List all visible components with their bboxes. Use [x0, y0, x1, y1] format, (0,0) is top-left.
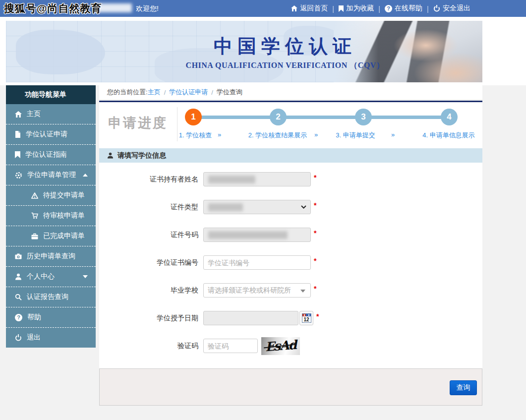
form-section-title: 请填写学位信息 [117, 151, 166, 160]
redacted-value [208, 231, 288, 239]
world-map-shape [16, 30, 105, 74]
sidebar-item-degree-guide[interactable]: 学位认证指南 [6, 145, 96, 165]
graduation-school-select[interactable]: 请选择颁证学校或科研院所 [203, 283, 311, 298]
captcha-input[interactable] [203, 339, 258, 353]
camera-icon [15, 253, 22, 259]
calendar-button[interactable]: 12 [299, 311, 313, 325]
degree-award-date-input[interactable] [203, 311, 298, 325]
divider [177, 107, 177, 141]
breadcrumb-separator: / [211, 89, 213, 96]
topbar: 欢迎您! 返回首页 | 加为收藏 | ? 在线帮助 | 安全退出 搜狐号@尚自然… [0, 0, 526, 17]
step-label-3[interactable]: 3. 申请单提交 [336, 131, 375, 140]
breadcrumb-home[interactable]: 主页 [148, 88, 161, 97]
spacer [99, 144, 482, 148]
watermark: 搜狐号@尚自然教育 [4, 1, 102, 15]
form-row-graduation-school: 毕业学校 请选择颁证学校或科研院所 * [99, 283, 482, 298]
sidebar-item-application-management[interactable]: 学位申请单管理 [6, 165, 96, 185]
step-label-2[interactable]: 2. 学位核查结果展示 [248, 131, 307, 140]
add-favorite-label: 加为收藏 [346, 4, 374, 13]
home-link[interactable]: 返回首页 [291, 4, 328, 13]
calendar-icon-day: 12 [302, 316, 311, 322]
sidebar-item-completed[interactable]: 已完成申请单 [6, 226, 96, 246]
field-label: 验证码 [99, 342, 198, 351]
step-circle-3: 3 [355, 109, 372, 125]
form-row-id-type: 证件类型 * [99, 200, 482, 214]
sidebar-item-label: 认证报告查询 [27, 293, 68, 301]
sidebar-item-label: 学位认证申请 [26, 130, 67, 139]
redacted-value [208, 176, 255, 183]
sidebar: 功能导航菜单 主页 学位认证申请 学位认证指南 学位申请单管理 待提交申请单 待… [6, 85, 96, 348]
user-icon [15, 273, 22, 280]
site-title: 中国学位认证 [171, 34, 399, 59]
certificate-holder-name-input[interactable] [203, 172, 311, 186]
sidebar-item-history-query[interactable]: 历史申请单查询 [6, 246, 96, 267]
site-subtitle: CHINA QUALIFICATION VERIFICATION （CQV） [171, 60, 399, 71]
home-link-label: 返回首页 [300, 4, 328, 13]
sidebar-item-help[interactable]: ? 帮助 [6, 307, 96, 328]
id-number-input[interactable] [203, 228, 311, 242]
step-label-1[interactable]: 1. 学位核查 [179, 131, 212, 140]
required-asterisk: * [314, 229, 316, 237]
welcome-text: 欢迎您! [136, 4, 159, 13]
sidebar-item-label: 待审核申请单 [43, 211, 85, 220]
field-label: 证件类型 [99, 203, 198, 212]
sidebar-item-report-query[interactable]: 认证报告查询 [6, 287, 96, 307]
chevron-down-icon [301, 205, 306, 209]
topbar-links: 返回首页 | 加为收藏 | ? 在线帮助 | 安全退出 [291, 0, 470, 17]
step-arrow: » [314, 131, 318, 138]
degree-info-form: 证书持有者姓名 * 证件类型 * 证件号码 [99, 163, 482, 368]
header-band: 中国学位认证 CHINA QUALIFICATION VERIFICATION … [0, 17, 526, 85]
topbar-separator: | [332, 4, 334, 13]
form-row-id-number: 证件号码 * [99, 228, 482, 242]
logout-link[interactable]: 安全退出 [433, 4, 470, 13]
document-icon [15, 131, 21, 138]
degree-certificate-number-input[interactable] [203, 255, 311, 270]
field-label: 毕业学校 [99, 286, 198, 295]
id-type-select[interactable] [203, 200, 311, 214]
search-icon [15, 294, 22, 300]
step-label-4[interactable]: 4. 申请单信息展示 [422, 131, 474, 140]
query-button[interactable]: 查询 [450, 380, 477, 395]
sidebar-item-label: 学位申请单管理 [27, 171, 76, 180]
add-favorite-link[interactable]: 加为收藏 [339, 4, 374, 13]
progress-steps: 申请进度 1 2 3 4 1. 学位核查 » 2. 学位核查结果展示 » 3. … [99, 102, 482, 144]
captcha-text: EsAd [265, 339, 296, 353]
required-asterisk: * [314, 174, 316, 181]
step-circle-2: 2 [270, 109, 287, 125]
required-asterisk: * [316, 312, 319, 320]
progress-title: 申请进度 [108, 114, 168, 132]
main-panel: 申请进度 1 2 3 4 1. 学位核查 » 2. 学位核查结果展示 » 3. … [99, 101, 482, 368]
required-asterisk: * [314, 257, 316, 265]
sidebar-item-personal-center[interactable]: 个人中心 [6, 267, 96, 287]
form-row-award-date: 学位授予日期 12 * [99, 311, 482, 325]
sidebar-item-pending-review[interactable]: 待审核申请单 [6, 206, 96, 226]
form-footer: 查询 [99, 368, 482, 406]
sidebar-item-label: 退出 [27, 333, 41, 342]
power-icon [433, 5, 440, 12]
site-banner: 中国学位认证 CHINA QUALIFICATION VERIFICATION … [6, 21, 482, 82]
bookmark-icon [339, 5, 344, 12]
sidebar-item-label: 个人中心 [27, 272, 55, 281]
step-circle-1: 1 [185, 109, 202, 125]
sidebar-item-home[interactable]: 主页 [6, 104, 96, 124]
form-section-header: 请填写学位信息 [99, 148, 482, 163]
captcha-image[interactable]: EsAd [261, 337, 300, 355]
topbar-separator: | [378, 4, 380, 13]
breadcrumb-degree-application[interactable]: 学位认证申请 [169, 88, 208, 97]
chevron-down-icon [83, 275, 88, 278]
page: 欢迎您! 返回首页 | 加为收藏 | ? 在线帮助 | 安全退出 搜狐号@尚自然… [0, 0, 526, 420]
user-icon [107, 152, 114, 159]
sidebar-item-label: 历史申请单查询 [27, 252, 75, 261]
online-help-label: 在线帮助 [395, 4, 422, 13]
form-row-certificate-number: 学位证书编号 * [99, 255, 482, 270]
step-circle-4: 4 [441, 109, 458, 125]
sidebar-header: 功能导航菜单 [6, 85, 96, 104]
sidebar-item-label: 待提交申请单 [43, 191, 85, 200]
sidebar-item-pending-submit[interactable]: 待提交申请单 [6, 185, 96, 206]
home-icon [15, 111, 22, 118]
sidebar-item-degree-application[interactable]: 学位认证申请 [6, 124, 96, 145]
online-help-link[interactable]: ? 在线帮助 [385, 4, 422, 13]
sidebar-item-label: 已完成申请单 [43, 232, 85, 240]
field-label: 学位授予日期 [99, 314, 198, 323]
sidebar-item-exit[interactable]: 退出 [6, 328, 96, 348]
